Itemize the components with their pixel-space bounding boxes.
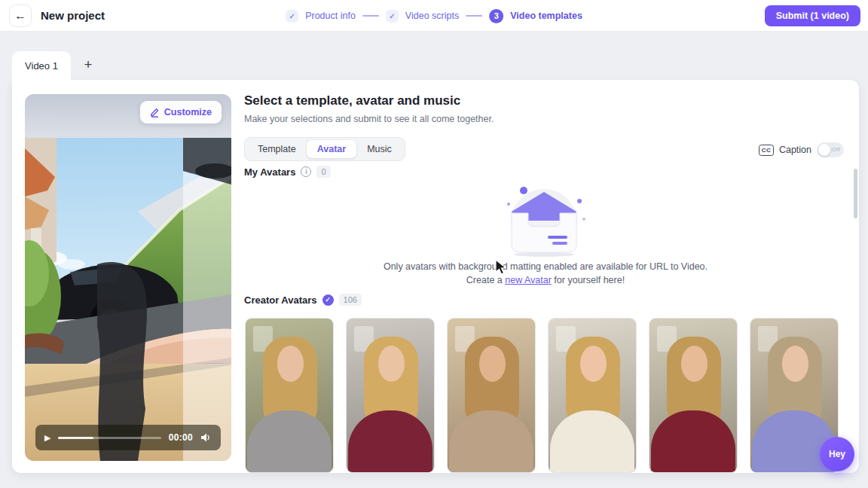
customize-label: Customize xyxy=(164,107,212,117)
creator-avatars-count: 106 xyxy=(339,294,362,306)
section-subheading: Make your selections and submit to see i… xyxy=(244,114,494,124)
caption-label: Caption xyxy=(779,145,811,155)
step-connector xyxy=(466,15,482,17)
empty-state-line1: Only avatars with background matting ena… xyxy=(244,260,847,273)
empty-line2-prefix: Create a xyxy=(466,275,505,285)
empty-state-line2: Create a new Avatar for yourself here! xyxy=(244,273,847,287)
step-label: Product info xyxy=(305,11,356,21)
plus-icon: + xyxy=(84,57,93,73)
verified-badge-icon: ✓ xyxy=(322,294,334,306)
stepper-step[interactable]: ✓ Video scripts xyxy=(386,10,482,23)
my-avatars-count: 0 xyxy=(316,166,330,178)
volume-icon[interactable] xyxy=(200,432,212,443)
segmented-control: Template Avatar Music xyxy=(244,137,405,161)
creator-avatar-card[interactable] xyxy=(649,318,738,473)
add-video-tab-button[interactable]: + xyxy=(78,55,98,75)
my-avatars-row: My Avatars i 0 xyxy=(244,166,331,178)
step-status-icon: ✓ xyxy=(386,10,399,23)
video-player-bar: ▶ 00:00 xyxy=(35,425,221,450)
page-title: New project xyxy=(41,9,105,22)
segment-music[interactable]: Music xyxy=(356,140,402,158)
stepper: ✓ Product info ✓ Video scripts 3 Video t… xyxy=(286,0,582,32)
stepper-step[interactable]: ✓ Product info xyxy=(286,10,379,23)
stepper-step[interactable]: 3 Video templates xyxy=(489,9,582,23)
creator-avatar-card[interactable] xyxy=(346,318,435,473)
step-label: Video scripts xyxy=(405,11,459,21)
creator-avatar-grid xyxy=(245,318,839,473)
tab-label: Video 1 xyxy=(25,60,58,72)
tab-video-1[interactable]: Video 1 xyxy=(12,51,71,80)
toggle-knob xyxy=(818,144,830,156)
pencil-icon xyxy=(150,108,160,117)
empty-line2-suffix: for yourself here! xyxy=(552,275,625,285)
avatar-face xyxy=(782,346,808,382)
creator-avatar-card[interactable] xyxy=(548,318,637,473)
step-status-icon: 3 xyxy=(489,9,503,23)
scrollbar-thumb[interactable] xyxy=(854,169,857,218)
info-icon[interactable]: i xyxy=(301,166,311,177)
submit-button[interactable]: Submit (1 video) xyxy=(765,5,860,26)
back-arrow-icon: ← xyxy=(14,9,26,23)
avatar-face xyxy=(479,346,506,382)
chat-widget-button[interactable]: Hey xyxy=(820,437,854,471)
back-button[interactable]: ← xyxy=(9,5,32,27)
creator-avatars-title: Creator Avatars xyxy=(244,294,317,306)
chat-widget-label: Hey xyxy=(829,449,845,459)
creator-avatar-card[interactable] xyxy=(447,318,536,473)
new-avatar-link[interactable]: new Avatar xyxy=(505,275,552,285)
step-connector xyxy=(362,15,379,17)
customize-button[interactable]: Customize xyxy=(140,101,222,124)
segment-avatar[interactable]: Avatar xyxy=(307,140,356,158)
time-display: 00:00 xyxy=(169,432,193,443)
avatar-face xyxy=(378,346,405,382)
video-frame xyxy=(25,138,231,461)
step-status-icon: ✓ xyxy=(286,10,298,23)
segment-template[interactable]: Template xyxy=(247,140,307,158)
toggle-state-label: Off xyxy=(831,146,840,153)
avatar-face xyxy=(277,346,304,382)
empty-state-text: Only avatars with background matting ena… xyxy=(244,260,847,287)
cc-icon: CC xyxy=(759,145,774,156)
caption-toggle[interactable]: Off xyxy=(817,142,844,157)
my-avatars-title: My Avatars xyxy=(244,166,295,178)
mouse-cursor xyxy=(495,259,507,276)
video-preview[interactable]: Customize ▶ 00:00 xyxy=(25,94,231,461)
avatar-face xyxy=(580,346,607,382)
creator-avatar-card[interactable] xyxy=(245,318,334,473)
progress-bar[interactable] xyxy=(58,437,160,439)
play-button[interactable]: ▶ xyxy=(44,434,50,442)
empty-inbox-illustration xyxy=(495,183,593,258)
avatar-face xyxy=(681,346,708,382)
step-label: Video templates xyxy=(510,11,582,21)
creator-avatars-row: Creator Avatars ✓ 106 xyxy=(244,294,362,306)
caption-control: CC Caption Off xyxy=(759,142,844,157)
section-heading: Select a template, avatar and music xyxy=(244,93,460,108)
app-header: ← New project ✓ Product info ✓ Video scr… xyxy=(0,0,868,32)
